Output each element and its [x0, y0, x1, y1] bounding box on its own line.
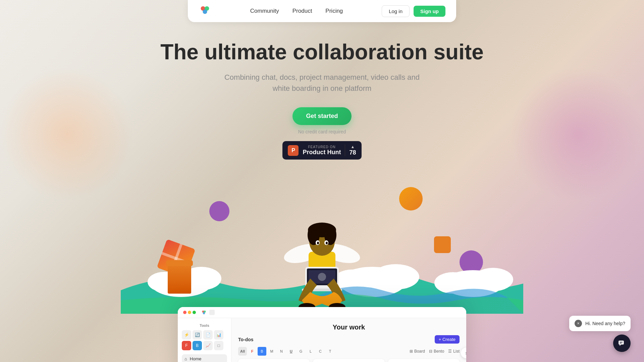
chat-bubble: × Hi. Need any help? — [569, 316, 631, 331]
subtitle-line1: Combining chat, docs, project management… — [224, 73, 420, 81]
svg-rect-42 — [619, 341, 624, 345]
svg-rect-44 — [620, 343, 622, 344]
cards-row: Wireframe Last update: 24 Jan, 2024 ··· — [238, 359, 460, 362]
chat-message: Hi. Need any help? — [585, 321, 625, 326]
deco-vase — [168, 263, 191, 294]
svg-point-10 — [473, 268, 513, 291]
nav-community[interactable]: Community — [250, 8, 279, 14]
hero-content: The ultimate collaboration suite Combini… — [121, 0, 523, 362]
chat-widget: × Hi. Need any help? — [569, 316, 631, 352]
filter-t[interactable]: T — [326, 347, 334, 356]
navbar-links: Community Product Pricing — [250, 8, 343, 14]
bg-decoration-right — [510, 67, 644, 201]
filter-u[interactable]: U — [287, 347, 296, 356]
no-credit-text: No credit card required — [121, 129, 523, 134]
svg-point-32 — [203, 312, 205, 314]
sidebar-toggle[interactable] — [209, 310, 215, 315]
ph-votes: ▲ 78 — [345, 144, 356, 156]
tool-icon-1[interactable]: ⚡ — [182, 330, 191, 340]
tool-icon-4[interactable]: 📊 — [214, 330, 223, 340]
view-list[interactable]: ☰ List — [448, 349, 460, 354]
illustration-area — [121, 173, 523, 314]
filter-b[interactable]: B — [258, 347, 266, 356]
ph-info: FEATURED ON Product Hunt — [303, 145, 341, 156]
toolbar-right: ⊞ Board ⊟ Bento ☰ List — [410, 349, 460, 354]
navbar: Community Product Pricing Log in Sign up — [188, 0, 456, 22]
filter-f[interactable]: F — [248, 347, 257, 356]
hero-subtitle: Combining chat, docs, project management… — [121, 72, 523, 94]
filter-g[interactable]: G — [297, 347, 305, 356]
page-title: Your work — [238, 323, 460, 331]
svg-point-7 — [372, 264, 419, 290]
signup-button[interactable]: Sign up — [414, 6, 445, 17]
board-label: Board — [414, 349, 425, 354]
view-board[interactable]: ⊞ Board — [410, 349, 425, 354]
navbar-actions: Log in Sign up — [382, 5, 445, 17]
list-label: List — [453, 349, 460, 354]
filter-l[interactable]: L — [306, 347, 315, 356]
ph-votes-count: 78 — [349, 149, 356, 156]
hero-section: The ultimate collaboration suite Combini… — [121, 0, 523, 362]
app-main: Your work To-dos + Create All F B M — [231, 318, 466, 362]
tool-icon-b[interactable]: B — [193, 341, 202, 350]
character-illustration — [272, 186, 372, 314]
get-started-button[interactable]: Get started — [292, 107, 351, 125]
ph-arrow: ▲ — [351, 144, 355, 149]
card-screener[interactable]: Screener and recruit... Last update: 24 … — [313, 359, 384, 362]
bg-decoration-left — [0, 67, 134, 201]
tool-icon-chart[interactable]: 📈 — [203, 341, 213, 350]
home-icon: ⌂ — [184, 356, 187, 361]
svg-rect-43 — [620, 342, 623, 343]
tool-icon-figma[interactable]: F — [182, 341, 191, 350]
tool-icon-3[interactable]: 📄 — [203, 330, 213, 340]
create-button[interactable]: + Create — [435, 335, 460, 344]
filter-all[interactable]: All — [238, 347, 247, 356]
bento-label: Bento — [434, 349, 444, 354]
logo[interactable] — [199, 4, 211, 18]
deco-circle-orange — [399, 187, 423, 210]
nav-pricing[interactable]: Pricing — [325, 8, 343, 14]
page-wrapper: Community Product Pricing Log in Sign up… — [0, 0, 644, 362]
filter-m[interactable]: M — [267, 347, 276, 356]
tools-label: Tools — [182, 323, 227, 327]
subtitle-line2: white boarding in one platform — [273, 84, 372, 93]
home-label: Home — [190, 356, 202, 361]
chat-open-button[interactable] — [613, 335, 631, 352]
svg-point-22 — [326, 242, 328, 244]
card-wireframe[interactable]: Wireframe Last update: 24 Jan, 2024 ··· — [238, 359, 310, 362]
list-icon: ☰ — [448, 349, 452, 354]
nav-product[interactable]: Product — [292, 8, 312, 14]
tool-icon-box[interactable]: □ — [214, 341, 223, 350]
svg-point-21 — [317, 242, 319, 244]
sidebar-home[interactable]: ⌂ Home — [182, 354, 227, 362]
filter-n[interactable]: N — [277, 347, 286, 356]
ph-logo: P — [288, 145, 299, 156]
chat-icon — [618, 339, 626, 347]
filter-c[interactable]: C — [316, 347, 325, 356]
app-sidebar: Tools ⚡ 🔄 📄 📊 F B 📈 □ ⌂ — [178, 318, 231, 362]
todos-header: To-dos + Create — [238, 335, 460, 344]
hero-title: The ultimate collaboration suite — [121, 40, 523, 64]
app-preview-inner: Tools ⚡ 🔄 📄 📊 F B 📈 □ ⌂ — [178, 318, 466, 362]
toolbar-left: All F B M N U G L C T — [238, 347, 334, 356]
ph-name: Product Hunt — [303, 149, 341, 156]
product-hunt-badge[interactable]: P FEATURED ON Product Hunt ▲ 78 — [282, 141, 361, 160]
login-button[interactable]: Log in — [382, 5, 410, 17]
deco-circle-purple — [209, 201, 229, 221]
view-bento[interactable]: ⊟ Bento — [429, 349, 444, 354]
app-preview: Tools ⚡ 🔄 📄 📊 F B 📈 □ ⌂ — [178, 307, 466, 362]
chat-close-button[interactable]: × — [575, 320, 582, 327]
bento-icon: ⊟ — [429, 349, 432, 354]
todos-label: To-dos — [238, 337, 254, 342]
ph-featured-text: FEATURED ON — [303, 145, 341, 149]
sidebar-tools: ⚡ 🔄 📄 📊 F B 📈 □ — [182, 330, 227, 350]
card-research[interactable]: P Research report Last update: 24 Jan, 2… — [388, 359, 460, 362]
svg-point-26 — [318, 273, 326, 281]
board-icon: ⊞ — [410, 349, 413, 354]
svg-point-2 — [203, 9, 207, 14]
toolbar: All F B M N U G L C T — [238, 347, 460, 356]
tool-icon-2[interactable]: 🔄 — [193, 330, 202, 340]
